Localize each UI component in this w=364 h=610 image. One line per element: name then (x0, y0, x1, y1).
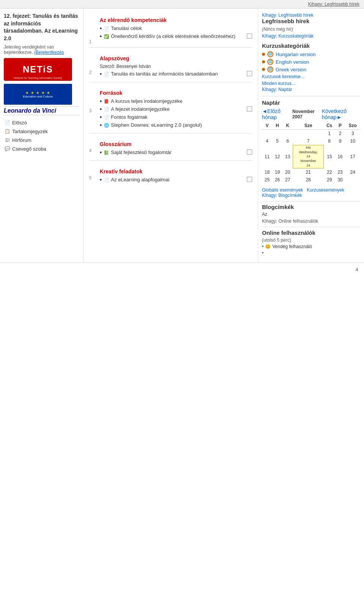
skip-blog-wrap: Kihagy: Blogcímkék (262, 193, 360, 198)
list-item-fejezet-irodalom[interactable]: 📄 A fejezet irodalomjegyzéke (100, 106, 252, 112)
cal-cell[interactable]: 25 (262, 176, 272, 184)
cal-cell[interactable]: 29 (324, 176, 335, 184)
categories-list: 🌐 Hungarian version 🌐 English version 🌐 … (262, 51, 360, 72)
skip-news-link[interactable]: Kihagy: Legfrissebb hírek (262, 13, 313, 18)
cal-cell[interactable]: 3 (345, 130, 360, 138)
tanulasi-icon: 📄 (104, 25, 110, 31)
cal-cell[interactable]: 7 (293, 137, 324, 145)
cat-item-greek[interactable]: 🌐 Greek version (262, 66, 360, 72)
nav-menu: 📄 Előszó 📋 Tartalomjegyzék 📰 Hírfórum 💬 … (4, 119, 79, 152)
cal-header-row: V H K Sze Cs P Szo (262, 122, 360, 130)
list-item-az-elearning[interactable]: 📄 Az eLearning alapfogalmai (100, 177, 252, 183)
cal-cell[interactable]: 23 (335, 168, 345, 176)
cal-cell[interactable]: 16 (335, 145, 345, 168)
cal-cell[interactable]: 22 (324, 168, 335, 176)
cal-week-5: 25 26 27 28 29 30 (262, 176, 360, 184)
tanulas-label: Tanulás és tanítás az információs társad… (111, 71, 244, 77)
cat-link-greek[interactable]: Greek version (276, 67, 306, 72)
row-num-5: 5 (89, 164, 97, 185)
section-alapszoveg: 2 Alapszöveg Szerző: Bessenyei István 📄 … (89, 51, 252, 79)
cal-cell[interactable]: 17 (345, 145, 360, 168)
blog-content: Az (262, 212, 360, 217)
cal-cell[interactable]: 21 (293, 168, 324, 176)
tartalomjegyzek-link[interactable]: Tartalomjegyzék (12, 129, 48, 134)
skip-categories-link[interactable]: Kihagy: Kurzuskategóriák (262, 33, 314, 39)
cal-cell[interactable]: 26 (272, 176, 282, 184)
cal-cell[interactable]: 19 (272, 168, 282, 176)
cal-cell[interactable]: 11 (262, 145, 272, 168)
eu-logo: ★ ★ ★ ★ ★ Education and Culture (4, 84, 72, 105)
categories-section: Kurzuskategóriák 🌐 Hungarian version 🌐 E… (262, 42, 360, 92)
cat-link-english[interactable]: English version (276, 59, 309, 65)
list-item-onellenzo[interactable]: ✅ Önellenőrző kérdőív (a célok eléréséne… (100, 33, 252, 39)
lvinci-logo: Leonardo da Vinci (4, 106, 79, 115)
elerendo-list: 📄 Tanulási célok ✅ Önellenőrző kérdőív (… (100, 25, 252, 39)
prev-month-btn[interactable]: ◄Előző hónap (262, 108, 291, 120)
forrasok-list: 📕 A kurzus teljes irodalomjegyzéke 📄 A f… (100, 98, 252, 128)
sajat-label: Saját fejlesztésű fogalomtár (111, 149, 244, 155)
kurzusok-link[interactable]: Kurzusok keresése... (262, 74, 360, 79)
tanulas-checkbox[interactable] (247, 71, 252, 76)
eloszó-link[interactable]: Előszó (12, 120, 27, 126)
cat-item-english[interactable]: 🌐 English version (262, 59, 360, 65)
news-title: Legfrissebb hírek (262, 18, 360, 24)
cal-th-cs: Cs (324, 122, 335, 130)
next-month-btn[interactable]: Következő hónap► (322, 108, 360, 120)
fejezet-irodalom-label: A fejezet irodalomjegyzéke (111, 106, 244, 112)
login-link[interactable]: (Bejelentkezés (34, 50, 64, 55)
cal-cell[interactable]: 12 (272, 145, 282, 168)
cal-cell[interactable]: 13 (282, 145, 293, 168)
section-title-glosszarium: Glosszárium (100, 141, 252, 147)
onellenzo-checkbox[interactable] (247, 33, 252, 39)
global-events-link[interactable]: Globális események (262, 187, 303, 193)
nav-item-eloszó[interactable]: 📄 Előszó (4, 119, 79, 126)
cal-cell[interactable]: 24 (345, 168, 360, 176)
cal-cell[interactable]: 1 (324, 130, 335, 138)
onellenzo-icon: ✅ (104, 33, 110, 39)
cal-cell[interactable]: 6 (282, 137, 293, 145)
cal-cell[interactable]: 18 (262, 168, 272, 176)
cal-th-sze: Sze (293, 122, 324, 130)
skip-blog-link[interactable]: Kihagy: Blogcímkék (262, 193, 302, 198)
cal-th-v: V (262, 122, 272, 130)
skip-naptár-link[interactable]: Kihagy: Naptár (262, 87, 292, 92)
csevego-icon: 💬 (4, 145, 11, 152)
cal-today-cell[interactable]: MaWednesday,14November14 (293, 145, 324, 168)
nav-item-hirforum[interactable]: 📰 Hírfórum (4, 137, 79, 143)
cat-bullet-english (262, 60, 265, 63)
divider-1 (89, 47, 252, 48)
nav-item-csevego[interactable]: 💬 Csevegő szoba (4, 145, 79, 152)
cal-th-szo: Szo (345, 122, 360, 130)
cal-cell[interactable]: 15 (324, 145, 335, 168)
course-events-link[interactable]: Kurzusesemények (307, 187, 344, 193)
cal-cell[interactable]: 2 (335, 130, 345, 138)
fejezet-irodalom-checkbox[interactable] (247, 106, 252, 112)
onellenzo-label: Önellenőrző kérdőív (a célok elérésének … (111, 33, 244, 39)
hirforum-link[interactable]: Hírfórum (12, 137, 31, 143)
cal-cell[interactable]: 4 (262, 137, 272, 145)
cal-cell[interactable]: 9 (335, 137, 345, 145)
cal-cell[interactable]: 30 (335, 176, 345, 184)
cal-cell[interactable]: 28 (293, 176, 324, 184)
az-elearning-checkbox[interactable] (247, 177, 252, 182)
cal-cell[interactable]: 27 (282, 176, 293, 184)
cat-link-hungarian[interactable]: Hungarian version (276, 52, 316, 57)
csevego-link[interactable]: Csevegő szoba (12, 146, 46, 152)
list-item-kurzus-irodalom[interactable]: 📕 A kurzus teljes irodalomjegyzéke (100, 98, 252, 104)
list-item-sajat[interactable]: 📗 Saját fejlesztésű fogalomtár (100, 149, 252, 156)
sajat-checkbox[interactable] (247, 149, 252, 155)
nav-item-tartalomjegyzek[interactable]: 📋 Tartalomjegyzék (4, 128, 79, 135)
cal-cell[interactable]: 20 (282, 168, 293, 176)
online-subtitle: (utolsó 5 perc) (262, 237, 360, 243)
cal-cell[interactable]: 5 (272, 137, 282, 145)
cal-cell[interactable]: 10 (345, 137, 360, 145)
list-item-fontos[interactable]: 📄 Fontos fogalmak (100, 114, 252, 120)
skip-online-link[interactable]: Kihagy: Online felhasználók (262, 219, 318, 224)
list-item-tanulas[interactable]: 📄 Tanulás és tanítás az információs társ… (100, 71, 252, 77)
cal-cell[interactable]: 8 (324, 137, 335, 145)
skip-news-link[interactable]: Kihagy: Legfrissebb hírek (308, 2, 359, 7)
list-item-stephen[interactable]: 🌐 Stephen Downes: eLearning 2.0 (angolul… (100, 122, 252, 128)
list-item-tanulasi[interactable]: 📄 Tanulási célok (100, 25, 252, 31)
cat-item-hungarian[interactable]: 🌐 Hungarian version (262, 51, 360, 57)
minden-link[interactable]: Minden kurzus... (262, 81, 360, 86)
